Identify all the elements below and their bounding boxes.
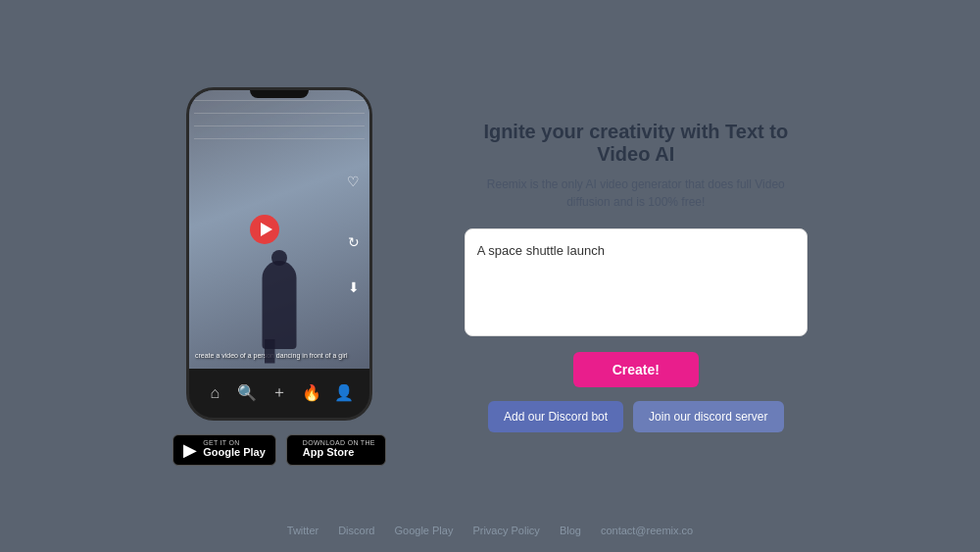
google-play-name: Google Play [203, 446, 266, 459]
footer: Twitter Discord Google Play Privacy Poli… [0, 525, 980, 536]
video-frame: ♡ ↻ ⬇ create a video of a person dancing… [189, 90, 369, 369]
main-content: ♡ ↻ ⬇ create a video of a person dancing… [0, 68, 980, 485]
nav-profile-icon[interactable]: 👤 [332, 381, 356, 405]
phone-container: ♡ ↻ ⬇ create a video of a person dancing… [172, 87, 386, 466]
video-caption: create a video of a person dancing in fr… [195, 351, 350, 360]
footer-discord[interactable]: Discord [338, 525, 374, 536]
footer-contact[interactable]: contact@reemix.co [601, 525, 693, 536]
video-background: ♡ ↻ ⬇ create a video of a person dancing… [189, 90, 369, 369]
download-icon[interactable]: ⬇ [348, 279, 360, 295]
right-panel: Ignite your creativity with Text to Vide… [465, 121, 808, 432]
nav-search-icon[interactable]: 🔍 [235, 381, 259, 405]
google-play-icon: ▶ [183, 439, 197, 461]
prompt-textarea[interactable] [477, 241, 795, 320]
figure-head [271, 250, 287, 266]
page-subheadline: Reemix is the only AI video generator th… [465, 176, 808, 211]
phone-notch [250, 90, 309, 98]
app-store-text: Download on the App Store [303, 439, 375, 459]
nav-add-icon[interactable]: ＋ [268, 381, 291, 405]
google-play-badge[interactable]: ▶ GET IT ON Google Play [172, 434, 276, 466]
discord-server-button[interactable]: Join our discord server [633, 401, 783, 432]
create-button[interactable]: Create! [573, 352, 699, 387]
phone-navbar: ⌂ 🔍 ＋ 🔥 👤 [189, 369, 369, 418]
app-store-badge[interactable]: Download on the App Store [286, 434, 386, 466]
background-lines [194, 100, 365, 267]
refresh-icon[interactable]: ↻ [348, 234, 360, 250]
nav-fire-icon[interactable]: 🔥 [300, 381, 323, 405]
phone-mockup: ♡ ↻ ⬇ create a video of a person dancing… [186, 87, 372, 421]
page-headline: Ignite your creativity with Text to Vide… [465, 121, 808, 166]
play-button[interactable] [250, 215, 279, 244]
google-play-sub: GET IT ON [203, 439, 266, 446]
action-buttons: Add our Discord bot Join our discord ser… [488, 401, 783, 432]
google-play-text: GET IT ON Google Play [203, 439, 266, 459]
discord-bot-button[interactable]: Add our Discord bot [488, 401, 623, 432]
heart-icon[interactable]: ♡ [347, 174, 360, 189]
footer-twitter[interactable]: Twitter [287, 525, 318, 536]
nav-home-icon[interactable]: ⌂ [203, 381, 226, 405]
phone-screen: ♡ ↻ ⬇ create a video of a person dancing… [189, 90, 369, 418]
app-store-sub: Download on the [303, 439, 375, 446]
prompt-input-container [465, 228, 808, 336]
store-badges: ▶ GET IT ON Google Play Download on the … [172, 434, 386, 466]
footer-blog[interactable]: Blog [560, 525, 581, 536]
footer-google-play[interactable]: Google Play [394, 525, 453, 536]
footer-privacy[interactable]: Privacy Policy [472, 525, 539, 536]
app-store-name: App Store [303, 446, 375, 459]
